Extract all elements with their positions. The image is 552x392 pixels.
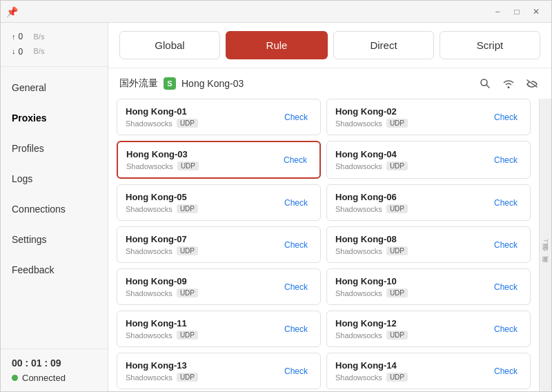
proxy-card-hk11[interactable]: Hong Kong-11 Shadowsocks UDP Check <box>117 311 321 347</box>
proxy-protocol: Shadowsocks <box>335 162 382 170</box>
check-button[interactable]: Check <box>490 197 522 209</box>
check-button[interactable]: Check <box>490 365 522 378</box>
sidebar-item-general[interactable]: General <box>1 72 108 103</box>
proto-badge: UDP <box>177 288 198 297</box>
check-button[interactable]: Check <box>490 239 522 251</box>
proto-badge: UDP <box>177 119 198 128</box>
proxy-card-hk12[interactable]: Hong Kong-12 Shadowsocks UDP Check <box>326 311 531 347</box>
group-name: 国外流量 <box>119 77 158 90</box>
proxy-protocol: Shadowsocks <box>335 205 382 213</box>
proxy-meta: Shadowsocks UDP <box>126 246 280 255</box>
mode-button-script[interactable]: Script <box>440 31 540 59</box>
check-button[interactable]: Check <box>490 111 522 124</box>
proxy-name: Hong Kong-11 <box>126 318 280 329</box>
proxy-name: Hong Kong-09 <box>126 276 280 286</box>
proxy-name: Hong Kong-08 <box>335 234 490 244</box>
timer-display: 00 : 01 : 09 <box>12 357 97 369</box>
check-button[interactable]: Check <box>280 197 312 209</box>
sidebar-item-logs[interactable]: Logs <box>1 164 108 194</box>
check-button[interactable]: Check <box>490 281 522 293</box>
close-button[interactable]: ✕ <box>526 5 546 19</box>
mode-button-direct[interactable]: Direct <box>333 31 434 59</box>
proxy-protocol: Shadowsocks <box>126 119 172 128</box>
proto-badge: UDP <box>177 246 198 255</box>
sidebar-item-profiles[interactable]: Profiles <box>1 133 108 164</box>
check-button[interactable]: Check <box>490 323 522 335</box>
proxy-card-hk04[interactable]: Hong Kong-04 Shadowsocks UDP Check <box>326 141 531 179</box>
check-button[interactable]: Check <box>280 365 312 378</box>
proxy-card-info: Hong Kong-09 Shadowsocks UDP <box>126 276 280 297</box>
proto-badge: UDP <box>386 246 408 255</box>
proxy-card-hk02[interactable]: Hong Kong-02 Shadowsocks UDP Check <box>326 99 531 135</box>
proto-badge: UDP <box>177 161 199 170</box>
proxy-protocol: Shadowsocks <box>126 205 172 213</box>
proxy-card-hk01[interactable]: Hong Kong-01 Shadowsocks UDP Check <box>117 99 321 135</box>
proxy-card-info: Hong Kong-01 Shadowsocks UDP <box>126 106 280 128</box>
minimize-button[interactable]: − <box>488 5 507 19</box>
sidebar-item-settings[interactable]: Settings <box>1 224 108 255</box>
sidebar-item-connections[interactable]: Connections <box>1 194 108 224</box>
proxy-card-info: Hong Kong-02 Shadowsocks UDP <box>335 106 490 128</box>
proxy-card-info: Hong Kong-10 Shadowsocks UDP <box>335 276 490 297</box>
proxy-name: Hong Kong-06 <box>335 192 490 202</box>
traffic-area: ↑ 0 B/s ↓ 0 B/s <box>1 23 108 67</box>
proxy-card-hk14[interactable]: Hong Kong-14 Shadowsocks UDP Check <box>326 353 531 389</box>
check-button[interactable]: Check <box>280 323 312 335</box>
wifi-icon[interactable] <box>500 75 517 92</box>
proxy-card-hk05[interactable]: Hong Kong-05 Shadowsocks UDP Check <box>117 184 321 221</box>
proxy-card-hk06[interactable]: Hong Kong-06 Shadowsocks UDP Check <box>326 184 531 221</box>
sidebar: ↑ 0 B/s ↓ 0 B/s General Proxies Profiles… <box>1 23 108 391</box>
proxy-name: Hong Kong-07 <box>126 234 280 244</box>
proxy-name: Hong Kong-03 <box>126 149 279 159</box>
proxy-meta: Shadowsocks UDP <box>335 373 490 382</box>
selected-proxy-name: Hong Kong-03 <box>181 78 244 89</box>
proxy-card-hk07[interactable]: Hong Kong-07 Shadowsocks UDP Check <box>117 226 321 263</box>
scroll-sidebar: 国其TYN呼草直 <box>539 99 551 391</box>
check-button[interactable]: Check <box>279 154 311 166</box>
proxy-card-info: Hong Kong-12 Shadowsocks UDP <box>335 318 490 340</box>
connection-status: Connected <box>12 373 97 383</box>
check-button[interactable]: Check <box>280 281 312 293</box>
proxy-protocol: Shadowsocks <box>126 289 172 297</box>
proxy-card-hk10[interactable]: Hong Kong-10 Shadowsocks UDP Check <box>326 268 531 305</box>
proxy-meta: Shadowsocks UDP <box>126 331 280 340</box>
proxy-card-info: Hong Kong-05 Shadowsocks UDP <box>126 192 280 213</box>
status-dot-icon <box>12 375 18 381</box>
proxy-card-hk03[interactable]: Hong Kong-03 Shadowsocks UDP Check <box>117 141 321 179</box>
proxy-name: Hong Kong-14 <box>335 360 490 371</box>
proxy-meta: Shadowsocks UDP <box>335 119 490 128</box>
download-value: 0 <box>19 45 31 60</box>
status-label: Connected <box>22 373 66 383</box>
sidebar-item-proxies[interactable]: Proxies <box>1 103 108 133</box>
eye-off-icon[interactable] <box>524 75 540 92</box>
proxy-meta: Shadowsocks UDP <box>335 331 490 340</box>
proxy-meta: Shadowsocks UDP <box>126 119 280 128</box>
proxy-card-info: Hong Kong-03 Shadowsocks UDP <box>126 149 279 170</box>
proxy-card-info: Hong Kong-11 Shadowsocks UDP <box>126 318 280 340</box>
proxy-card-info: Hong Kong-14 Shadowsocks UDP <box>335 360 490 382</box>
mode-button-global[interactable]: Global <box>119 31 220 59</box>
sidebar-item-feedback[interactable]: Feedback <box>1 255 108 285</box>
mode-button-rule[interactable]: Rule <box>226 31 328 59</box>
proxy-protocol: Shadowsocks <box>335 373 382 382</box>
proxy-grid-container[interactable]: Hong Kong-01 Shadowsocks UDP Check Hong … <box>108 99 539 391</box>
proxy-group-info: 国外流量 S Hong Kong-03 <box>119 77 244 90</box>
app-body: ↑ 0 B/s ↓ 0 B/s General Proxies Profiles… <box>1 23 551 391</box>
pin-icon[interactable]: 📌 <box>6 6 18 17</box>
proxy-card-info: Hong Kong-13 Shadowsocks UDP <box>126 360 280 382</box>
check-button[interactable]: Check <box>490 154 522 166</box>
check-button[interactable]: Check <box>280 239 312 251</box>
proto-badge: UDP <box>177 373 198 382</box>
proxy-card-hk09[interactable]: Hong Kong-09 Shadowsocks UDP Check <box>117 268 321 305</box>
proto-badge: UDP <box>386 204 408 213</box>
group-badge: S <box>164 77 176 90</box>
check-button[interactable]: Check <box>280 111 312 124</box>
proxy-card-hk08[interactable]: Hong Kong-08 Shadowsocks UDP Check <box>326 226 531 263</box>
proxy-meta: Shadowsocks UDP <box>126 373 280 382</box>
proxy-card-hk13[interactable]: Hong Kong-13 Shadowsocks UDP Check <box>117 353 321 389</box>
proto-badge: UDP <box>177 331 198 340</box>
restore-button[interactable]: □ <box>507 5 526 19</box>
search-icon[interactable] <box>477 75 493 92</box>
upload-value: 0 <box>19 30 31 45</box>
up-arrow-icon: ↑ <box>12 30 16 44</box>
